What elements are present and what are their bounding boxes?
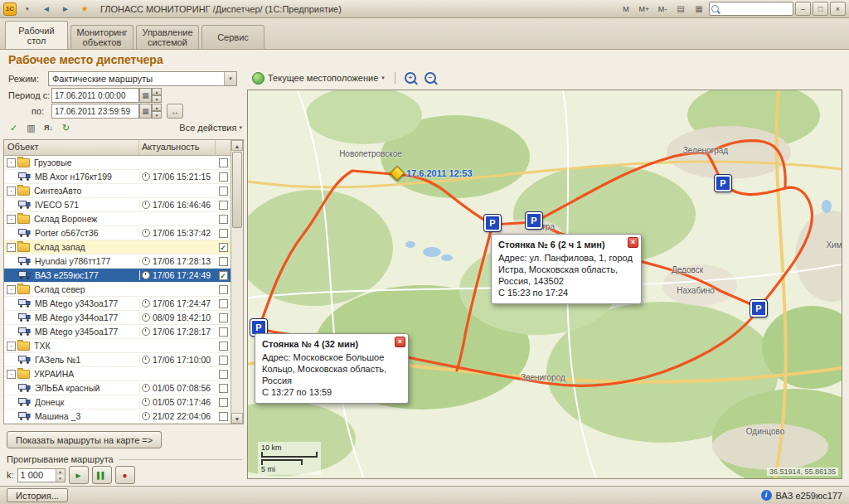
- table-row[interactable]: ВАЗ е259юс17717/06 17:24:49✓: [4, 269, 230, 283]
- row-checkbox[interactable]: [216, 158, 230, 167]
- tree-expander-icon[interactable]: -: [7, 215, 16, 224]
- tree-expander-icon[interactable]: -: [7, 342, 16, 351]
- table-row[interactable]: -Склад север: [4, 283, 230, 297]
- back-button[interactable]: ◄: [38, 2, 55, 16]
- parking-marker[interactable]: P: [526, 212, 542, 229]
- app-icon[interactable]: 1С: [3, 2, 17, 16]
- row-checkbox[interactable]: [216, 412, 230, 421]
- row-checkbox[interactable]: [216, 201, 230, 210]
- row-checkbox[interactable]: [216, 299, 230, 308]
- table-row[interactable]: -Склад запад✓: [4, 240, 230, 254]
- history-button[interactable]: История...: [7, 488, 68, 502]
- period-to-spinner[interactable]: ▲ ▼: [152, 104, 162, 119]
- spin-down-icon[interactable]: ▼: [152, 95, 162, 103]
- row-checkbox[interactable]: [216, 285, 230, 294]
- stop-button[interactable]: ●: [115, 466, 135, 484]
- row-checkbox[interactable]: [216, 215, 230, 224]
- table-row[interactable]: Машина _321/02 22:04:06: [4, 410, 230, 424]
- table-row[interactable]: -УКРАИНА: [4, 367, 230, 381]
- zoom-out-button[interactable]: −: [422, 70, 439, 85]
- row-checkbox[interactable]: [216, 398, 230, 407]
- column-header-actuality[interactable]: Актуальность: [139, 140, 216, 155]
- row-checkbox[interactable]: [216, 187, 230, 196]
- table-row[interactable]: -Склад Воронеж: [4, 212, 230, 226]
- forward-button[interactable]: ►: [57, 2, 74, 16]
- row-checkbox[interactable]: ✓: [216, 243, 230, 252]
- mark-check-icon[interactable]: ✓: [7, 121, 21, 134]
- memory-m-minus-button[interactable]: M-: [654, 2, 671, 15]
- tab-desktop[interactable]: Рабочий стол: [5, 21, 68, 49]
- tree-expander-icon[interactable]: -: [7, 158, 16, 167]
- current-location-button[interactable]: Текущее местоположение ▾: [249, 71, 388, 85]
- memory-m-plus-button[interactable]: M+: [636, 2, 653, 15]
- table-row[interactable]: MB Atego у343оа17717/06 17:24:47: [4, 297, 230, 311]
- tab-system-management[interactable]: Управление системой: [136, 25, 199, 49]
- table-row[interactable]: Porter о567ст3617/06 15:37:42: [4, 226, 230, 240]
- table-row[interactable]: Донецк01/05 07:17:46: [4, 395, 230, 410]
- row-checkbox[interactable]: [216, 172, 230, 182]
- table-row[interactable]: ЭЛЬБА красный01/05 07:08:56: [4, 381, 230, 395]
- row-checkbox[interactable]: [216, 356, 230, 365]
- popup-close-icon[interactable]: ×: [628, 237, 638, 248]
- row-checkbox[interactable]: [216, 342, 230, 351]
- tab-object-monitoring[interactable]: Мониторинг объектов: [70, 25, 133, 49]
- zoom-in-button[interactable]: +: [402, 70, 419, 85]
- sort-icon[interactable]: Я↓: [41, 121, 56, 134]
- minimize-button[interactable]: –: [795, 2, 811, 16]
- tree-expander-icon[interactable]: -: [7, 187, 16, 196]
- close-button[interactable]: ×: [830, 2, 846, 16]
- row-checkbox[interactable]: ✓: [216, 271, 230, 280]
- k-speed-stepper[interactable]: 1 000 ▲ ▼: [17, 468, 65, 482]
- tree-expander-icon[interactable]: -: [7, 285, 16, 294]
- show-routes-button[interactable]: Показать маршруты на карте =>: [7, 431, 162, 448]
- calendar-icon[interactable]: ▦: [691, 2, 707, 16]
- row-checkbox[interactable]: [216, 370, 230, 379]
- pause-button[interactable]: ▌▌: [92, 466, 112, 484]
- popup-close-icon[interactable]: ×: [395, 337, 405, 347]
- spin-up-icon[interactable]: ▲: [152, 88, 162, 95]
- row-checkbox[interactable]: [216, 384, 230, 393]
- spin-down-icon[interactable]: ▼: [56, 475, 65, 482]
- table-row[interactable]: MB Atego у344оа17708/09 18:42:10: [4, 311, 230, 325]
- table-row[interactable]: IVECO 57117/06 16:46:46: [4, 198, 230, 212]
- memory-m-button[interactable]: M: [618, 2, 634, 15]
- parking-marker[interactable]: P: [750, 300, 767, 317]
- table-row[interactable]: MB Atego у345оа17717/06 17:28:17: [4, 325, 230, 339]
- scroll-up-icon[interactable]: ▲: [231, 140, 243, 151]
- calculator-icon[interactable]: ▤: [672, 2, 689, 16]
- period-to-input[interactable]: 17.06.2011 23:59:59: [51, 104, 139, 119]
- calendar-picker-icon[interactable]: ▦: [139, 88, 152, 103]
- table-row[interactable]: MB Axor н176кт19917/06 15:21:15: [4, 170, 230, 184]
- scroll-down-icon[interactable]: ▼: [231, 413, 243, 424]
- row-checkbox[interactable]: [216, 257, 230, 266]
- row-checkbox[interactable]: [216, 313, 230, 322]
- search-input[interactable]: [720, 3, 788, 14]
- column-header-object[interactable]: Объект: [4, 140, 139, 155]
- table-row[interactable]: Hyundai у786тт17717/06 17:28:13: [4, 254, 230, 269]
- spin-up-icon[interactable]: ▲: [56, 469, 65, 476]
- table-row[interactable]: ГАЗель №117/06 17:10:00: [4, 353, 230, 367]
- all-actions-button[interactable]: Все действия ▾: [166, 123, 242, 133]
- spin-up-icon[interactable]: ▲: [152, 104, 162, 111]
- table-scrollbar[interactable]: ▲ ▼: [230, 140, 243, 424]
- period-range-button[interactable]: ↔: [167, 104, 183, 119]
- calendar-picker-icon[interactable]: ▦: [139, 104, 152, 119]
- play-button[interactable]: ►: [69, 466, 89, 484]
- tab-service[interactable]: Сервис: [201, 25, 264, 49]
- app-menu-arrow-icon[interactable]: ▾: [19, 2, 36, 16]
- tree-expander-icon[interactable]: -: [7, 243, 16, 252]
- parking-marker[interactable]: P: [715, 175, 731, 191]
- info-icon[interactable]: i: [761, 490, 772, 501]
- scrollbar-thumb[interactable]: [232, 152, 242, 228]
- copy-icon[interactable]: ▥: [24, 121, 38, 134]
- spin-down-icon[interactable]: ▼: [152, 111, 162, 119]
- parking-marker[interactable]: P: [484, 215, 501, 231]
- maximize-button[interactable]: □: [813, 2, 828, 16]
- table-row[interactable]: -СинтезАвто: [4, 184, 230, 198]
- mode-combobox[interactable]: Фактические маршруты ▾: [48, 71, 237, 86]
- map-view[interactable]: НовопетровскоеЗеленоградИстраДедовскНаха…: [247, 90, 842, 479]
- table-row[interactable]: -ТХК: [4, 339, 230, 353]
- period-from-spinner[interactable]: ▲ ▼: [152, 88, 162, 103]
- favorites-star-button[interactable]: ★: [76, 2, 93, 16]
- row-checkbox[interactable]: [216, 327, 230, 337]
